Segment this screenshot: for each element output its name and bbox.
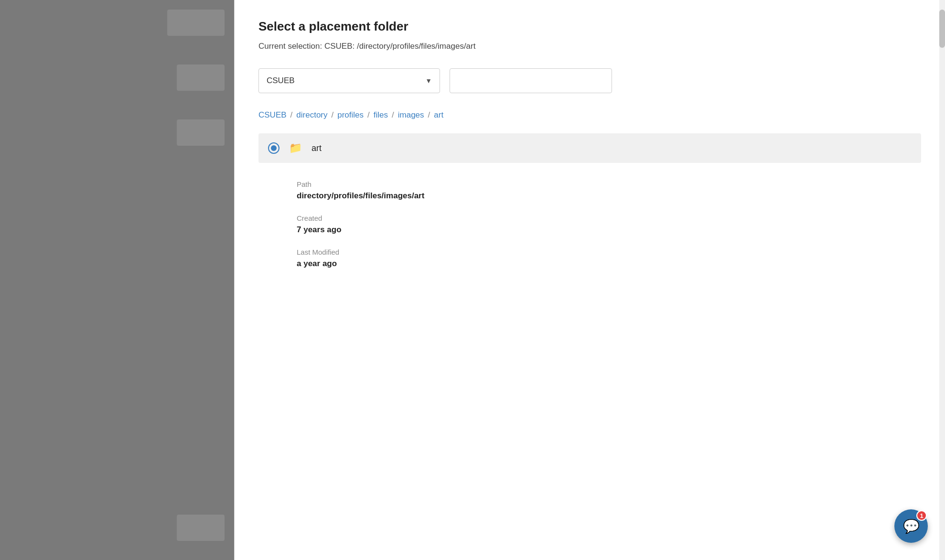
radio-button-art[interactable] <box>268 142 279 154</box>
dropdown-selected-value: CSUEB <box>267 76 295 86</box>
left-placeholder-3 <box>177 119 225 146</box>
path-value: directory/profiles/files/images/art <box>297 191 921 201</box>
folder-item-name: art <box>311 143 322 153</box>
left-panel <box>0 0 234 560</box>
scrollbar[interactable] <box>939 0 945 560</box>
folder-icon: 📁 <box>289 142 302 154</box>
folder-list: 📁 art <box>258 133 921 163</box>
breadcrumb-item-art[interactable]: art <box>434 110 443 120</box>
left-placeholder-4 <box>177 515 225 541</box>
breadcrumb: CSUEB / directory / profiles / files / i… <box>258 110 921 120</box>
folder-item-art[interactable]: 📁 art <box>258 133 921 163</box>
modified-label: Last Modified <box>297 248 921 256</box>
left-placeholder-1 <box>167 10 225 36</box>
breadcrumb-separator-3: / <box>367 110 370 120</box>
breadcrumb-item-directory[interactable]: directory <box>296 110 327 120</box>
chat-badge: 1 <box>916 510 927 521</box>
left-placeholder-2 <box>177 65 225 91</box>
search-input[interactable] <box>450 68 612 93</box>
dialog-title: Select a placement folder <box>258 19 921 34</box>
site-dropdown[interactable]: CSUEB ▼ <box>258 68 440 93</box>
modified-value: a year ago <box>297 259 921 269</box>
breadcrumb-item-files[interactable]: files <box>374 110 388 120</box>
created-label: Created <box>297 214 921 222</box>
current-selection-text: Current selection: CSUEB: /directory/pro… <box>258 42 921 51</box>
breadcrumb-separator-4: / <box>392 110 394 120</box>
breadcrumb-item-csueb[interactable]: CSUEB <box>258 110 287 120</box>
radio-button-inner <box>271 145 277 151</box>
scrollbar-thumb[interactable] <box>939 10 945 48</box>
breadcrumb-separator-1: / <box>290 110 293 120</box>
created-value: 7 years ago <box>297 225 921 235</box>
dropdown-row: CSUEB ▼ <box>258 68 921 93</box>
path-label: Path <box>297 180 921 188</box>
chat-button[interactable]: 💬 1 <box>894 509 928 543</box>
right-panel: Select a placement folder Current select… <box>234 0 945 560</box>
breadcrumb-item-images[interactable]: images <box>398 110 424 120</box>
breadcrumb-separator-2: / <box>332 110 334 120</box>
chat-icon: 💬 <box>903 518 920 534</box>
breadcrumb-separator-5: / <box>428 110 430 120</box>
breadcrumb-item-profiles[interactable]: profiles <box>337 110 364 120</box>
dropdown-arrow-icon: ▼ <box>425 77 432 85</box>
details-section: Path directory/profiles/files/images/art… <box>258 180 921 269</box>
